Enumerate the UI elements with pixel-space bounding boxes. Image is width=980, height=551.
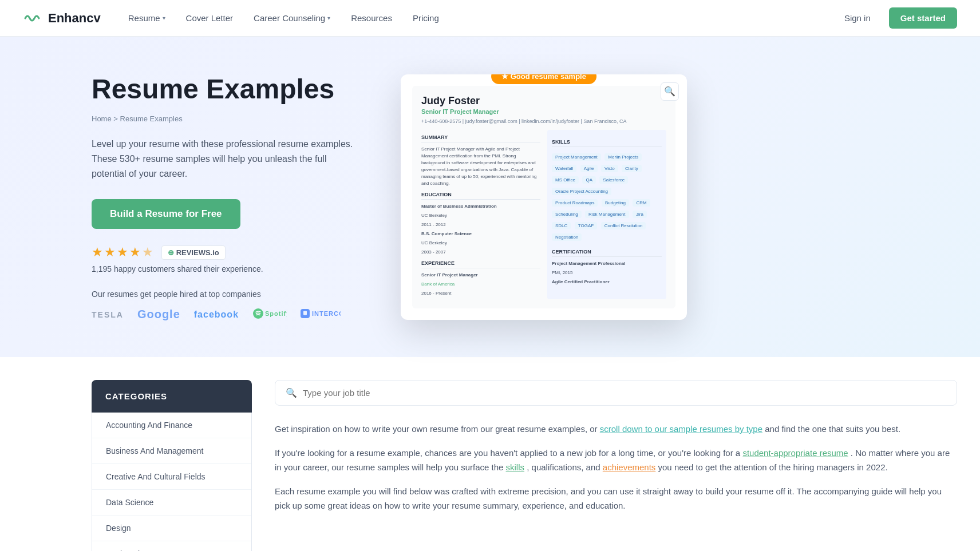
main-para-3: Each resume example you will find below … bbox=[275, 484, 957, 513]
main-content: 🔍 Get inspiration on how to write your o… bbox=[275, 380, 957, 551]
main-para-1: Get inspiration on how to write your own… bbox=[275, 422, 957, 437]
search-icon: 🔍 bbox=[286, 387, 297, 398]
resume-layout: SUMMARY Senior IT Project Manager with A… bbox=[421, 130, 666, 299]
search-bar[interactable]: 🔍 bbox=[275, 380, 957, 406]
page-title: Resume Examples bbox=[92, 73, 366, 106]
hero-section: Resume Examples Home > Resume Examples L… bbox=[0, 37, 980, 357]
svg-text:INTERCOM: INTERCOM bbox=[312, 310, 341, 317]
achievements-link[interactable]: achievements bbox=[603, 462, 656, 472]
nav-resume[interactable]: Resume ▾ bbox=[119, 9, 175, 27]
resume-right-col: SKILLS Project Management Merlin Project… bbox=[547, 130, 666, 299]
resume-preview-content: Judy Foster Senior IT Project Manager +1… bbox=[412, 86, 675, 308]
intercom-icon: INTERCOM bbox=[301, 308, 341, 319]
spotify-icon: Spotify bbox=[252, 308, 287, 319]
resume-skills: Project Management Merlin Projects Water… bbox=[552, 150, 662, 242]
nav-right: Sign in Get started bbox=[835, 7, 957, 29]
svg-text:Spotify: Spotify bbox=[265, 310, 287, 317]
sidebar-item-data-science[interactable]: Data Science bbox=[92, 490, 251, 516]
navbar: Enhancv Resume ▾ Cover Letter Career Cou… bbox=[0, 0, 980, 37]
main-para-2: If you're looking for a resume example, … bbox=[275, 446, 957, 475]
chevron-down-icon: ▾ bbox=[327, 15, 330, 21]
sidebar-item-creative[interactable]: Creative And Cultural Fields bbox=[92, 464, 251, 490]
resume-left-col: SUMMARY Senior IT Project Manager with A… bbox=[421, 130, 540, 299]
categories-sidebar: CATEGORIES Accounting And Finance Busine… bbox=[92, 380, 252, 551]
logo-text: Enhancv bbox=[48, 11, 101, 26]
good-badge: Good resume sample bbox=[491, 74, 596, 84]
sign-in-button[interactable]: Sign in bbox=[835, 9, 880, 27]
nav-career-counseling[interactable]: Career Counseling ▾ bbox=[244, 9, 339, 27]
hero-content: Resume Examples Home > Resume Examples L… bbox=[92, 73, 366, 321]
nav-cover-letter[interactable]: Cover Letter bbox=[177, 9, 243, 27]
nav-pricing[interactable]: Pricing bbox=[404, 9, 448, 27]
resume-job-title: Senior IT Project Manager bbox=[421, 108, 666, 115]
resume-preview: Good resume sample 🔍 Judy Foster Senior … bbox=[401, 74, 687, 320]
categories-header: CATEGORIES bbox=[92, 380, 252, 413]
sidebar-item-engineering[interactable]: Engineering bbox=[92, 541, 251, 551]
spotify-logo: Spotify bbox=[252, 308, 287, 321]
skills-link[interactable]: skills bbox=[506, 462, 525, 472]
bottom-section: CATEGORIES Accounting And Finance Busine… bbox=[0, 357, 980, 551]
intercom-logo: INTERCOM bbox=[301, 308, 341, 321]
build-resume-button[interactable]: Build a Resume for Free bbox=[92, 199, 240, 229]
scroll-to-samples-link[interactable]: scroll down to our sample resumes by typ… bbox=[600, 424, 762, 434]
resume-card: Good resume sample 🔍 Judy Foster Senior … bbox=[401, 74, 687, 320]
nav-resources[interactable]: Resources bbox=[342, 9, 401, 27]
facebook-logo: facebook bbox=[194, 310, 239, 320]
categories-list: Accounting And Finance Business And Mana… bbox=[92, 413, 252, 551]
star-rating: ★★★★★ bbox=[92, 245, 155, 260]
nav-links: Resume ▾ Cover Letter Career Counseling … bbox=[119, 9, 835, 27]
breadcrumb-home[interactable]: Home bbox=[92, 114, 112, 123]
sidebar-item-design[interactable]: Design bbox=[92, 516, 251, 541]
reviews-plus-icon: ⊕ bbox=[168, 248, 176, 257]
sidebar-item-accounting[interactable]: Accounting And Finance bbox=[92, 413, 251, 438]
breadcrumb: Home > Resume Examples bbox=[92, 114, 366, 123]
search-input[interactable] bbox=[303, 388, 946, 398]
chevron-down-icon: ▾ bbox=[163, 15, 165, 21]
companies-label: Our resumes get people hired at top comp… bbox=[92, 290, 366, 299]
ratings-row: ★★★★★ ⊕ REVIEWS.io bbox=[92, 245, 366, 260]
zoom-icon[interactable]: 🔍 bbox=[661, 82, 679, 101]
svg-point-0 bbox=[253, 308, 263, 319]
tesla-logo: TESLA bbox=[92, 310, 124, 319]
sidebar-item-business[interactable]: Business And Management bbox=[92, 438, 251, 464]
google-logo: Google bbox=[137, 308, 180, 321]
get-started-button[interactable]: Get started bbox=[889, 7, 957, 29]
resume-contact: +1-440-608-2575 | judy.foster@gmail.com … bbox=[421, 118, 666, 124]
logo[interactable]: Enhancv bbox=[23, 11, 101, 26]
student-resume-link[interactable]: student-appropriate resume bbox=[742, 448, 848, 458]
reviews-text: 1,195 happy customers shared their exper… bbox=[92, 264, 366, 273]
resume-name: Judy Foster bbox=[421, 95, 666, 107]
company-logos: TESLA Google facebook Spotify INTERCOM bbox=[92, 308, 366, 321]
hero-description: Level up your resume with these professi… bbox=[92, 137, 355, 181]
reviews-badge: ⊕ REVIEWS.io bbox=[161, 245, 226, 260]
